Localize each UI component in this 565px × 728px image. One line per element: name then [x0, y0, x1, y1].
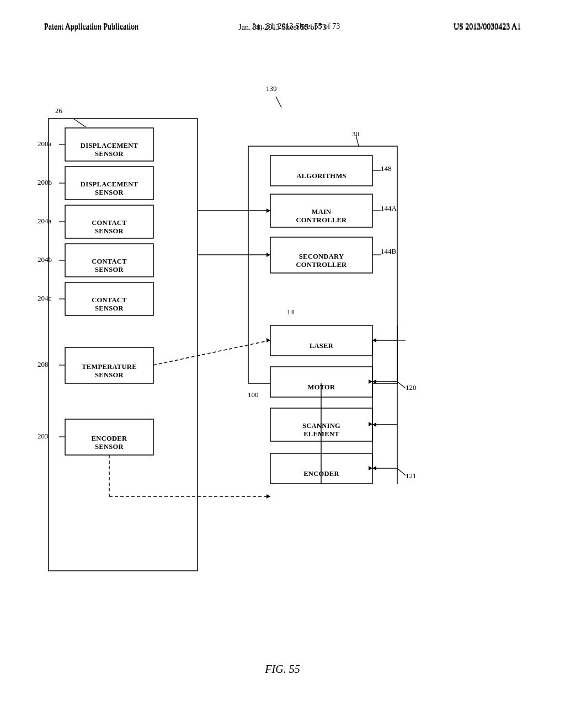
encoder-sensor-label: ENCODERSENSOR: [65, 425, 153, 461]
main-controller-label: MAINCONTROLLER: [270, 200, 372, 233]
svg-line-42: [276, 97, 281, 108]
svg-marker-36: [372, 466, 376, 470]
contact-sensor-a-label: CONTACTSENSOR: [65, 211, 153, 244]
temperature-sensor-label: TEMPERATURESENSOR: [65, 353, 153, 389]
ref-203: 203: [38, 432, 49, 441]
ref-200b: 200b: [38, 178, 52, 187]
patent-header-left: Patent Application Publication: [44, 23, 138, 32]
ref-121: 121: [406, 472, 417, 480]
ref-148: 148: [381, 164, 392, 173]
svg-line-56: [397, 468, 406, 475]
ref-120: 120: [406, 383, 417, 392]
ref-30: 30: [352, 130, 359, 138]
ref-100: 100: [248, 390, 259, 399]
ref-26: 26: [55, 106, 62, 115]
displacement-sensor-b-label: DISPLACEMENTSENSOR: [65, 172, 153, 205]
algorithms-label: ALGORITHMS: [270, 161, 372, 191]
patent-header-middle: Jan. 31, 2013 Sheet 55 of 73: [238, 23, 326, 32]
svg-marker-30: [372, 338, 376, 342]
svg-line-41: [73, 119, 86, 127]
svg-marker-19: [266, 253, 270, 257]
svg-marker-40: [266, 494, 270, 499]
svg-marker-21: [266, 338, 270, 342]
svg-marker-32: [372, 379, 376, 384]
ref-139: 139: [266, 84, 277, 93]
fig-label: FIG. 55: [265, 663, 300, 676]
svg-marker-17: [266, 208, 270, 213]
ref-144B: 144B: [381, 247, 396, 256]
ref-144A: 144A: [381, 204, 397, 213]
displacement-sensor-a-label: DISPLACEMENTSENSOR: [65, 133, 153, 167]
svg-marker-34: [372, 422, 376, 427]
ref-208: 208: [38, 360, 49, 369]
ref-204b: 204b: [38, 255, 52, 264]
laser-label: LASER: [270, 331, 372, 361]
ref-200a: 200a: [38, 140, 51, 148]
scanning-element-label: SCANNINGELEMENT: [270, 414, 372, 447]
encoder-label: ENCODER: [270, 459, 372, 489]
contact-sensor-c-label: CONTACTSENSOR: [65, 288, 153, 321]
ref-14: 14: [287, 308, 294, 317]
secondary-controller-label: SECONDARYCONTROLLER: [270, 243, 372, 279]
ref-204c: 204c: [38, 294, 51, 303]
contact-sensor-b-label: CONTACTSENSOR: [65, 249, 153, 282]
patent-header-right: US 2013/0030423 A1: [454, 23, 521, 32]
ref-204a: 204a: [38, 217, 51, 226]
svg-line-55: [397, 382, 406, 388]
svg-line-20: [153, 340, 270, 365]
motor-label: MOTOR: [270, 372, 372, 403]
